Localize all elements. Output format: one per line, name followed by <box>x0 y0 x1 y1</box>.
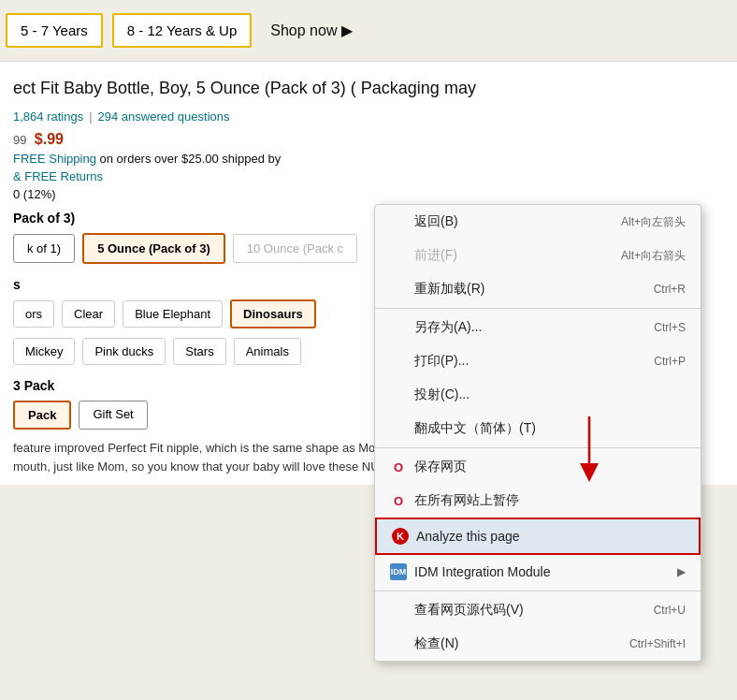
menu-item-translate[interactable]: 翻成中文（简体）(T) <box>375 412 701 445</box>
menu-item-viewsource[interactable]: 查看网页源代码(V) Ctrl+U <box>375 593 701 627</box>
forward-icon <box>390 247 407 264</box>
menu-label-cast: 投射(C)... <box>414 386 470 403</box>
discount-row: 0 (12%) <box>13 187 724 201</box>
menu-item-savepage[interactable]: O 保存网页 <box>375 450 701 484</box>
quantity-option-gift-set[interactable]: Gift Set <box>79 401 147 430</box>
ratings-row: 1,864 ratings | 294 answered questions <box>13 109 724 124</box>
quantity-option-pack[interactable]: Pack <box>13 401 71 430</box>
viewsource-icon <box>390 602 407 619</box>
menu-item-cast[interactable]: 投射(C)... <box>375 378 701 412</box>
menu-shortcut-print: Ctrl+P <box>654 355 686 368</box>
age-tag-5-7[interactable]: 5 - 7 Years <box>6 13 103 48</box>
context-menu: 返回(B) Alt+向左箭头 前进(F) Alt+向右箭头 重新加载(R) Ct… <box>374 204 701 662</box>
product-title: ect Fit Baby Bottle, Boy, 5 Ounce (Pack … <box>13 77 724 100</box>
free-shipping-text[interactable]: FREE Shipping <box>13 152 96 166</box>
free-returns-row: & FREE Returns <box>13 169 724 183</box>
menu-shortcut-viewsource: Ctrl+U <box>654 604 686 617</box>
shop-now-link[interactable]: Shop now ▶ <box>270 22 353 39</box>
cast-icon <box>390 386 407 403</box>
color-option-stars[interactable]: Stars <box>173 338 225 365</box>
menu-label-savepage: 保存网页 <box>414 459 467 475</box>
free-shipping-row: FREE Shipping on orders over $25.00 ship… <box>13 152 724 166</box>
pack-option-1[interactable]: k of 1) <box>13 234 75 263</box>
menu-label-forward: 前进(F) <box>414 247 457 264</box>
menu-item-analyze[interactable]: K Analyze this page <box>375 518 701 555</box>
translate-icon <box>390 420 407 437</box>
opera-icon: O <box>390 459 407 475</box>
menu-item-back[interactable]: 返回(B) Alt+向左箭头 <box>375 205 701 239</box>
menu-shortcut-inspect: Ctrl+Shift+I <box>629 637 686 650</box>
menu-item-forward: 前进(F) Alt+向右箭头 <box>375 239 701 272</box>
age-filter-bar: 5 - 7 Years 8 - 12 Years & Up Shop now ▶ <box>0 0 737 62</box>
menu-shortcut-save: Ctrl+S <box>654 321 686 334</box>
menu-label-print: 打印(P)... <box>414 353 469 370</box>
menu-label-reload: 重新加载(R) <box>414 281 484 298</box>
menu-shortcut-forward: Alt+向右箭头 <box>621 248 686 264</box>
age-tag-8-12[interactable]: 8 - 12 Years & Up <box>112 13 253 48</box>
menu-label-pauseall: 在所有网站上暂停 <box>414 492 519 509</box>
menu-divider-1 <box>375 308 701 309</box>
print-icon <box>390 353 407 370</box>
color-option-clear[interactable]: Clear <box>62 300 115 328</box>
shipping-suffix: on orders over $25.00 shipped by <box>100 152 282 166</box>
color-option-blue-elephant[interactable]: Blue Elephant <box>123 300 223 328</box>
opera-red-icon: O <box>390 492 407 509</box>
color-option-ors[interactable]: ors <box>13 300 54 328</box>
menu-item-print[interactable]: 打印(P)... Ctrl+P <box>375 344 701 378</box>
color-option-mickey[interactable]: Mickey <box>13 338 75 365</box>
menu-shortcut-back: Alt+向左箭头 <box>621 214 686 230</box>
color-option-pink-ducks[interactable]: Pink ducks <box>82 338 166 365</box>
menu-item-pauseall[interactable]: O 在所有网站上暂停 <box>375 484 701 518</box>
menu-divider-2 <box>375 447 701 448</box>
menu-label-back: 返回(B) <box>414 213 458 230</box>
reload-icon <box>390 281 407 298</box>
menu-item-idm[interactable]: IDM IDM Integration Module ▶ <box>375 555 701 589</box>
menu-item-save[interactable]: 另存为(A)... Ctrl+S <box>375 311 701 344</box>
menu-item-inspect[interactable]: 检查(N) Ctrl+Shift+I <box>375 627 701 661</box>
description-line2: mouth, just like Mom, so you know that y… <box>13 459 426 474</box>
price-old: 99 <box>13 133 26 147</box>
menu-label-translate: 翻成中文（简体）(T) <box>414 420 536 437</box>
k-icon: K <box>392 528 409 545</box>
pack-option-3[interactable]: 10 Ounce (Pack c <box>233 234 357 263</box>
menu-label-analyze: Analyze this page <box>416 529 520 544</box>
menu-label-viewsource: 查看网页源代码(V) <box>414 602 524 619</box>
menu-shortcut-idm: ▶ <box>677 565 686 578</box>
inspect-icon <box>390 635 407 652</box>
back-icon <box>390 213 407 230</box>
price-row: 99 $.99 <box>13 131 724 148</box>
color-option-dinosaurs[interactable]: Dinosaurs <box>230 299 316 328</box>
menu-divider-3 <box>375 591 701 591</box>
ratings-link[interactable]: 1,864 ratings <box>13 109 83 124</box>
menu-shortcut-reload: Ctrl+R <box>654 283 686 296</box>
ratings-separator: | <box>89 109 92 124</box>
menu-item-reload[interactable]: 重新加载(R) Ctrl+R <box>375 272 701 306</box>
free-returns-link[interactable]: & FREE Returns <box>13 169 103 183</box>
save-icon <box>390 319 407 336</box>
questions-link[interactable]: 294 answered questions <box>98 109 230 124</box>
pack-option-2[interactable]: 5 Ounce (Pack of 3) <box>82 233 225 264</box>
menu-label-idm: IDM Integration Module <box>414 564 551 579</box>
idm-icon: IDM <box>390 563 407 580</box>
menu-label-inspect: 检查(N) <box>414 635 458 652</box>
menu-label-save: 另存为(A)... <box>414 319 482 336</box>
color-option-animals[interactable]: Animals <box>234 338 301 365</box>
price-main: $.99 <box>30 131 64 147</box>
